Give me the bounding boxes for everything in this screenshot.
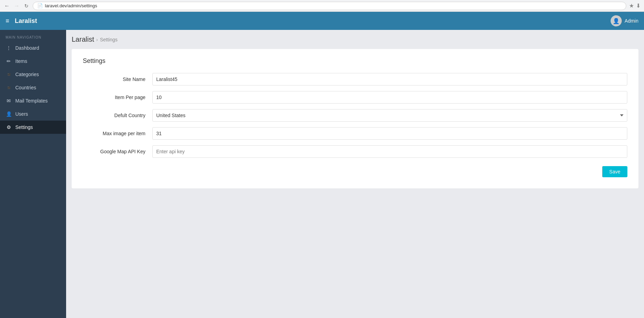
site-name-row: Site Name: [83, 73, 627, 85]
sidebar-item-label: Mail Templates: [15, 98, 48, 104]
breadcrumb-separator: ›: [96, 37, 98, 42]
top-header: ≡ Laralist 👤 Admin: [0, 12, 644, 30]
sidebar-item-categories[interactable]: ◾ Categories: [0, 68, 66, 81]
app-title: Laralist: [15, 17, 37, 25]
sidebar: MAIN NAVIGATION ⋮ Dashboard ✏ Items ◾ Ca…: [0, 30, 66, 318]
sidebar-section-label: MAIN NAVIGATION: [0, 30, 66, 41]
sidebar-item-settings[interactable]: ⚙ Settings: [0, 121, 66, 134]
google-map-input[interactable]: [152, 145, 627, 158]
breadcrumb: Laralist › Settings: [72, 35, 638, 43]
max-image-label: Max image per item: [83, 131, 152, 136]
back-button[interactable]: ←: [3, 2, 10, 9]
google-map-label: Google Map API Key: [83, 149, 152, 154]
hamburger-icon[interactable]: ≡: [6, 17, 9, 25]
max-image-row: Max image per item: [83, 127, 627, 140]
sidebar-item-label: Countries: [15, 85, 36, 90]
header-right: 👤 Admin: [611, 15, 638, 26]
default-country-row: Defult Country United States: [83, 109, 627, 122]
sidebar-item-mail-templates[interactable]: ✉ Mail Templates: [0, 94, 66, 107]
site-name-label: Site Name: [83, 76, 152, 82]
doc-icon: 📄: [37, 3, 43, 8]
sidebar-item-label: Categories: [15, 72, 39, 77]
settings-card: Settings Site Name Item Per page Defult …: [72, 49, 638, 188]
page-content: Laralist › Settings Settings Site Name I…: [66, 30, 644, 318]
form-actions: Save: [83, 166, 627, 177]
item-per-page-row: Item Per page: [83, 91, 627, 104]
save-button[interactable]: Save: [602, 166, 627, 177]
breadcrumb-current: Settings: [100, 37, 118, 42]
forward-button[interactable]: →: [13, 2, 20, 9]
settings-title: Settings: [83, 57, 627, 65]
browser-actions: ★ ⬇: [629, 2, 641, 9]
download-icon[interactable]: ⬇: [636, 2, 641, 9]
sidebar-item-label: Settings: [15, 124, 33, 130]
default-country-select[interactable]: United States: [152, 109, 627, 122]
sidebar-item-label: Users: [15, 111, 28, 117]
default-country-label: Defult Country: [83, 113, 152, 118]
header-left: ≡ Laralist: [6, 17, 37, 25]
url-text: laravel.dev/admin/settings: [45, 3, 97, 8]
item-per-page-label: Item Per page: [83, 95, 152, 100]
user-name: Admin: [625, 18, 638, 24]
items-icon: ✏: [6, 58, 12, 64]
sidebar-item-label: Dashboard: [15, 45, 39, 51]
browser-chrome: ← → ↻ 📄 laravel.dev/admin/settings ★ ⬇: [0, 0, 644, 12]
settings-icon: ⚙: [6, 124, 12, 130]
star-icon[interactable]: ★: [629, 2, 634, 9]
sidebar-item-countries[interactable]: ◾ Countries: [0, 81, 66, 94]
url-bar[interactable]: 📄 laravel.dev/admin/settings: [33, 2, 626, 10]
mail-templates-icon: ✉: [6, 98, 12, 104]
sidebar-item-label: Items: [15, 58, 27, 64]
sidebar-item-dashboard[interactable]: ⋮ Dashboard: [0, 41, 66, 55]
sidebar-item-items[interactable]: ✏ Items: [0, 55, 66, 68]
users-icon: 👤: [6, 111, 12, 117]
dashboard-icon: ⋮: [6, 45, 12, 51]
google-map-row: Google Map API Key: [83, 145, 627, 158]
sidebar-item-users[interactable]: 👤 Users: [0, 107, 66, 121]
item-per-page-input[interactable]: [152, 91, 627, 104]
site-name-input[interactable]: [152, 73, 627, 85]
refresh-button[interactable]: ↻: [23, 2, 30, 9]
avatar: 👤: [611, 15, 622, 26]
max-image-input[interactable]: [152, 127, 627, 140]
countries-icon: ◾: [6, 85, 12, 90]
categories-icon: ◾: [6, 72, 12, 77]
breadcrumb-app: Laralist: [72, 35, 94, 43]
